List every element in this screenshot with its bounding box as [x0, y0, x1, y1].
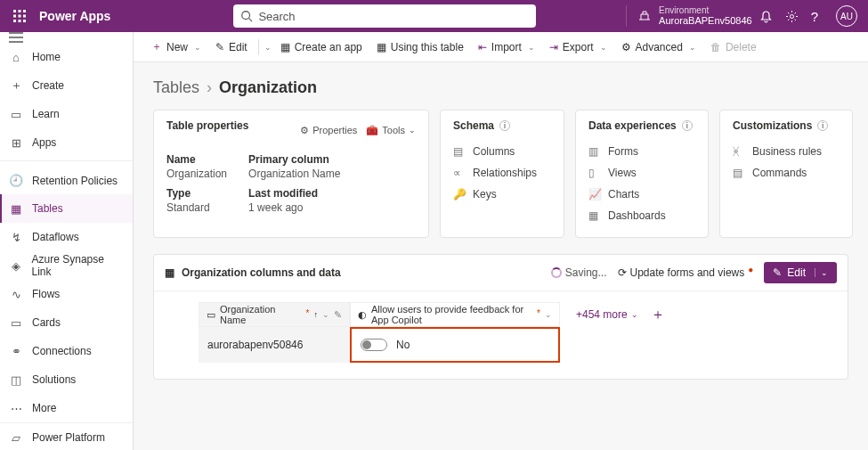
views-icon: ▯: [588, 167, 601, 179]
dashboards-icon: ▦: [588, 209, 601, 222]
connections-icon: ⚭: [9, 344, 23, 358]
section-columns-data: ▦Organization columns and data Saving...…: [153, 254, 848, 380]
card-data-experiences: Data experiencesi ▥Forms ▯Views 📈Charts …: [575, 110, 709, 238]
tools-button[interactable]: 🧰Tools ⌄: [366, 125, 416, 136]
sidebar-item-solutions[interactable]: ◫Solutions: [0, 365, 133, 394]
toggle-off-icon[interactable]: [361, 339, 387, 351]
card-schema: Schemai ▤Columns ∝Relationships 🔑Keys: [440, 110, 564, 238]
svg-rect-2: [23, 10, 26, 12]
link-views[interactable]: ▯Views: [588, 162, 695, 184]
avatar[interactable]: AU: [836, 5, 857, 27]
link-dashboards[interactable]: ▦Dashboards: [588, 205, 695, 226]
sidebar-item-retention[interactable]: 🕘Retention Policies: [0, 160, 133, 194]
environment-picker[interactable]: Environment AuroraBAPEnv50846: [626, 5, 752, 26]
chevron-down-icon[interactable]: ⌄: [815, 268, 828, 277]
link-columns[interactable]: ▤Columns: [453, 141, 551, 162]
svg-line-10: [249, 19, 253, 22]
cmd-export[interactable]: ⇥Export⌄: [544, 37, 612, 57]
cmd-edit[interactable]: ✎Edit: [210, 37, 253, 57]
toolbox-icon: 🧰: [366, 125, 378, 136]
breadcrumb-parent[interactable]: Tables: [153, 78, 199, 97]
more-columns-button[interactable]: +454 more ⌄: [569, 305, 645, 324]
rules-icon: ᚸ: [733, 145, 745, 158]
sidebar-item-more[interactable]: ⋯More: [0, 394, 133, 422]
bell-icon[interactable]: [759, 10, 773, 23]
commands-icon: ▤: [733, 167, 745, 179]
cmd-import[interactable]: ⇤Import⌄: [473, 37, 540, 57]
cmd-advanced[interactable]: ⚙Advanced⌄: [616, 37, 702, 57]
search-input[interactable]: Search: [233, 4, 536, 28]
svg-rect-1: [19, 10, 21, 12]
environment-icon: [637, 9, 652, 23]
info-icon[interactable]: i: [817, 120, 828, 131]
apps-icon: ⊞: [9, 135, 23, 150]
edit-button[interactable]: ✎Edit⌄: [764, 262, 837, 283]
svg-rect-0: [13, 10, 16, 12]
home-icon: ⌂: [9, 50, 23, 64]
sidebar-item-cards[interactable]: ▭Cards: [0, 308, 133, 337]
cmd-new[interactable]: ＋New⌄: [146, 36, 207, 58]
sidebar-item-tables[interactable]: ▦Tables: [0, 194, 133, 223]
link-charts[interactable]: 📈Charts: [588, 184, 695, 205]
table-icon: ▦: [165, 266, 174, 279]
gear-icon: ⚙: [300, 125, 309, 136]
svg-point-11: [790, 14, 793, 18]
info-icon[interactable]: i: [499, 120, 510, 131]
power-platform-icon: ▱: [9, 430, 23, 445]
column-header-feedback[interactable]: ◐Allow users to provide feedback for App…: [350, 302, 560, 327]
page-title: Organization: [219, 78, 317, 97]
info-icon[interactable]: i: [682, 120, 693, 131]
link-business-rules[interactable]: ᚸBusiness rules: [733, 141, 840, 162]
update-forms-views-button[interactable]: ⟳Update forms and views●: [618, 266, 754, 279]
sidebar-item-flows[interactable]: ∿Flows: [0, 280, 133, 308]
dataflows-icon: ↯: [9, 230, 23, 244]
synapse-icon: ◈: [9, 258, 23, 273]
saving-status: Saving...: [551, 266, 607, 279]
link-commands[interactable]: ▤Commands: [733, 162, 840, 184]
hamburger-icon[interactable]: [0, 32, 133, 43]
svg-point-9: [242, 12, 250, 20]
card-table-properties: Table properties ⚙Properties 🧰Tools ⌄ Na…: [153, 110, 429, 238]
sidebar-item-create[interactable]: ＋Create: [0, 71, 133, 100]
sidebar-item-synapse[interactable]: ◈Azure Synapse Link: [0, 251, 133, 280]
card-customizations: Customizationsi ᚸBusiness rules ▤Command…: [719, 110, 853, 238]
keys-icon: 🔑: [453, 188, 466, 200]
link-keys[interactable]: 🔑Keys: [453, 184, 551, 205]
svg-rect-5: [23, 15, 26, 18]
cell-feedback-toggle[interactable]: No: [350, 327, 560, 363]
svg-rect-8: [23, 20, 26, 22]
sidebar-item-power-platform[interactable]: ▱Power Platform: [0, 423, 133, 450]
chevron-right-icon: ›: [207, 78, 212, 97]
forms-icon: ▥: [588, 145, 601, 158]
relationships-icon: ∝: [453, 167, 466, 179]
cards-icon: ▭: [9, 315, 23, 330]
cmd-delete[interactable]: 🗑Delete: [705, 37, 762, 57]
cell-org-name[interactable]: aurorabapenv50846: [199, 327, 350, 363]
search-icon: [240, 10, 253, 22]
help-icon[interactable]: ?: [811, 9, 818, 24]
link-relationships[interactable]: ∝Relationships: [453, 162, 551, 184]
tables-icon: ▦: [9, 201, 23, 216]
sidebar-item-dataflows[interactable]: ↯Dataflows: [0, 223, 133, 251]
sidebar-item-home[interactable]: ⌂Home: [0, 43, 133, 71]
plus-icon: ＋: [9, 78, 23, 93]
sidebar: ⌂Home ＋Create ▭Learn ⊞Apps 🕘Retention Po…: [0, 32, 134, 450]
properties-button[interactable]: ⚙Properties: [300, 125, 357, 136]
add-column-button[interactable]: ＋: [645, 307, 670, 322]
link-forms[interactable]: ▥Forms: [588, 141, 695, 162]
sidebar-item-learn[interactable]: ▭Learn: [0, 100, 133, 128]
top-bar: Power Apps Search Environment AuroraBAPE…: [0, 0, 868, 32]
book-icon: ▭: [9, 107, 23, 121]
search-placeholder: Search: [258, 10, 295, 23]
settings-icon[interactable]: [785, 10, 799, 23]
columns-icon: ▤: [453, 145, 466, 158]
sidebar-item-apps[interactable]: ⊞Apps: [0, 128, 133, 157]
sidebar-item-connections[interactable]: ⚭Connections: [0, 337, 133, 365]
column-header-name[interactable]: ▭Organization Name*↑⌄✎: [199, 302, 350, 327]
more-icon: ⋯: [9, 401, 23, 415]
cmd-using-table[interactable]: ▦Using this table: [371, 37, 469, 57]
cmd-create-app[interactable]: ▦Create an app: [275, 37, 368, 57]
waffle-icon[interactable]: [7, 10, 32, 22]
env-label: Environment: [659, 5, 752, 15]
spinner-icon: [551, 267, 562, 278]
